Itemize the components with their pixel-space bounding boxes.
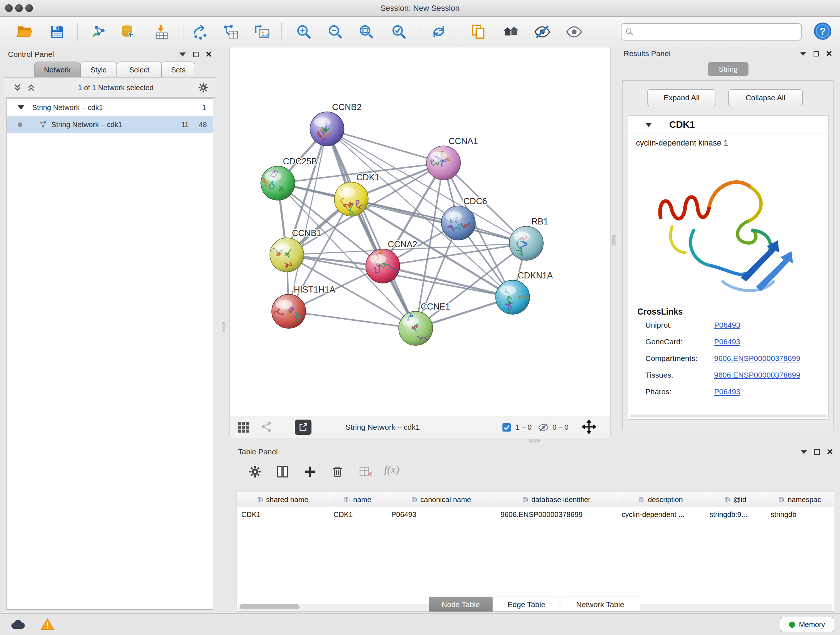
network-edge-ccnb2-ccne1[interactable] (327, 129, 416, 328)
panel-float-icon[interactable] (801, 450, 807, 454)
crosslink-tissues-link[interactable]: 9606.ENSP00000378699 (714, 371, 800, 379)
column-header-shared-name[interactable]: shared name (237, 492, 329, 507)
network-node-rb1[interactable]: RB1 (509, 217, 548, 260)
tab-select[interactable]: Select (117, 62, 162, 78)
network-edge-hist1h1a-ccne1[interactable] (289, 311, 416, 328)
hidden-eye-slash-icon[interactable] (538, 422, 549, 433)
panel-close-icon[interactable]: × (827, 448, 833, 455)
share-network-button[interactable] (260, 421, 272, 434)
save-session-button[interactable] (47, 21, 67, 43)
open-session-button[interactable] (14, 21, 35, 43)
network-node-hist1h1a[interactable]: HIST1H1A (272, 285, 335, 328)
column-header-database-identifier[interactable]: database identifier (496, 492, 617, 507)
left-splitter-handle[interactable] (222, 322, 225, 333)
import-table-from-file-button[interactable] (152, 21, 172, 43)
tab-style[interactable]: Style (80, 62, 117, 78)
panel-float-icon[interactable] (180, 52, 186, 57)
help-button[interactable]: ? (813, 22, 832, 41)
new-network-from-selection-button[interactable] (190, 21, 210, 43)
panel-close-icon[interactable]: × (206, 51, 212, 58)
tab-string[interactable]: String (708, 62, 748, 76)
network-node-ccnb2[interactable]: CCNB2 (310, 102, 362, 146)
import-network-from-database-button[interactable] (118, 21, 139, 43)
open-in-browser-button[interactable] (295, 420, 311, 435)
column-header-namespace[interactable]: namespac (766, 492, 834, 507)
collapse-all-networks-button[interactable] (12, 82, 22, 94)
apply-layout-button[interactable] (429, 21, 449, 43)
show-columns-button[interactable] (273, 463, 292, 481)
crosslink-compartments-link[interactable]: 9606.ENSP00000378699 (714, 354, 800, 363)
show-all-button[interactable] (564, 21, 584, 43)
panel-float-icon[interactable] (800, 52, 806, 56)
network-node-ccna1[interactable]: CCNA1 (426, 136, 478, 180)
crosslink-uniprot-link[interactable]: P06493 (714, 321, 740, 329)
column-header-canonical-name[interactable]: canonical name (387, 492, 496, 507)
horizontal-scrollbar[interactable] (630, 415, 827, 417)
crosslink-pharos-link[interactable]: P06493 (714, 387, 740, 396)
right-splitter-handle[interactable] (613, 235, 616, 245)
collection-expand-icon[interactable] (18, 105, 24, 110)
cloud-status-button[interactable] (9, 616, 26, 633)
window-close-button[interactable] (5, 4, 13, 12)
crosslink-genecard-link[interactable]: P06493 (714, 337, 740, 346)
expand-all-button[interactable]: Expand All (647, 89, 716, 106)
network-edge-ccnb2-ccna1[interactable] (327, 129, 444, 163)
hide-selected-button[interactable] (532, 21, 553, 43)
column-header-id[interactable]: @id (705, 492, 766, 507)
selected-checkbox-icon[interactable] (502, 423, 512, 432)
zoom-in-button[interactable] (294, 21, 314, 43)
bottom-splitter-handle[interactable] (529, 439, 540, 442)
zoom-out-button[interactable] (325, 21, 346, 43)
cell-id[interactable]: stringdb:9... (705, 507, 766, 522)
fit-content-button[interactable] (356, 21, 377, 43)
network-collection-row[interactable]: String Network – cdk1 1 (7, 99, 213, 116)
network-node-cdc25b[interactable]: CDC25B (261, 157, 317, 200)
tab-sets[interactable]: Sets (162, 62, 195, 78)
window-zoom-button[interactable] (25, 4, 33, 12)
export-image-button[interactable] (252, 21, 272, 43)
search-input[interactable] (637, 28, 797, 36)
tab-node-table[interactable]: Node Table (429, 597, 493, 612)
network-node-cdk1[interactable]: CDK1 (334, 172, 379, 216)
network-row-selected[interactable]: String Network – cdk1 11 48 (7, 116, 213, 133)
copy-annotations-button[interactable] (468, 21, 488, 43)
collapse-all-button[interactable]: Collapse All (728, 89, 803, 106)
cell-description[interactable]: cyclin-dependent ... (617, 507, 705, 522)
horizontal-scrollbar-thumb[interactable] (240, 604, 300, 609)
ndex-home-button[interactable] (501, 21, 521, 43)
birds-eye-view-button[interactable] (237, 421, 250, 435)
delete-column-button[interactable] (328, 463, 347, 481)
tab-network-table[interactable]: Network Table (560, 597, 640, 612)
memory-button[interactable]: Memory (780, 617, 834, 632)
panel-maximize-icon[interactable] (813, 51, 819, 57)
cell-namespace[interactable]: stringdb (766, 507, 834, 522)
function-builder-button[interactable]: f(x) (384, 463, 399, 476)
network-canvas[interactable]: CCNB2CCNA1CDC25BCDK1CDC6RB1CCNB1CCNA2CDK… (230, 48, 611, 416)
table-row[interactable]: CDK1 CDK1 P06493 9606.ENSP00000378699 cy… (237, 507, 834, 522)
add-column-button[interactable] (301, 463, 319, 481)
delete-table-button[interactable] (357, 463, 375, 481)
window-minimize-button[interactable] (15, 4, 23, 12)
panel-maximize-icon[interactable] (814, 449, 820, 455)
cell-name[interactable]: CDK1 (329, 507, 387, 522)
table-options-button[interactable] (246, 463, 264, 481)
column-header-name[interactable]: name (329, 492, 387, 507)
cell-database-identifier[interactable]: 9606.ENSP00000378699 (496, 507, 617, 522)
network-options-button[interactable] (197, 82, 209, 95)
collapse-gene-icon[interactable] (645, 123, 652, 127)
export-table-button[interactable] (220, 21, 240, 43)
panel-maximize-icon[interactable] (193, 52, 199, 57)
column-header-description[interactable]: description (617, 492, 705, 507)
cell-canonical-name[interactable]: P06493 (387, 507, 496, 522)
cell-shared-name[interactable]: CDK1 (237, 507, 329, 522)
fit-network-button[interactable] (581, 419, 597, 435)
gene-card-header[interactable]: CDK1 (628, 116, 829, 134)
panel-close-icon[interactable]: × (826, 50, 832, 57)
expand-all-networks-button[interactable] (26, 82, 36, 94)
tab-network[interactable]: Network (34, 62, 80, 78)
tab-edge-table[interactable]: Edge Table (493, 597, 560, 612)
network-node-cdkn1a[interactable]: CDKN1A (496, 271, 553, 314)
import-network-from-file-button[interactable] (88, 21, 109, 43)
fit-selected-button[interactable] (389, 21, 409, 43)
warnings-button[interactable] (40, 617, 55, 633)
